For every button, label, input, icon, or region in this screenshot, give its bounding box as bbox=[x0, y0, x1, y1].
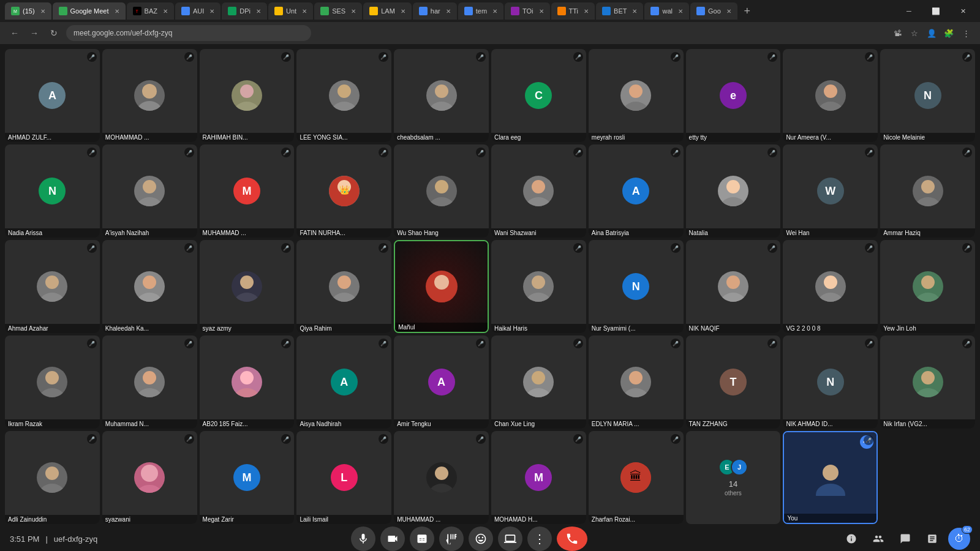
tab-close-tti[interactable]: ✕ bbox=[584, 8, 589, 15]
tile-mohammad[interactable]: 🎤 MOHAMMAD ... bbox=[102, 49, 197, 142]
tile-ahmad-zulf[interactable]: A 🎤 AHMAD ZULF... bbox=[5, 49, 100, 142]
tile-tan[interactable]: T 🎤 TAN ZZHANG bbox=[686, 335, 781, 429]
tile-nik-irfan[interactable]: 🎤 Nik Irfan (VG2... bbox=[880, 335, 975, 429]
tile-muhammad[interactable]: M 🎤 MUHAMMAD ... bbox=[200, 144, 295, 238]
tile-khaleedah[interactable]: 🎤 Khaleedah Ka... bbox=[102, 240, 197, 333]
menu-icon[interactable]: ⋮ bbox=[959, 26, 973, 40]
tab-close-btn3[interactable]: ✕ bbox=[163, 8, 168, 15]
mic-button[interactable] bbox=[351, 527, 375, 551]
tile-natalia[interactable]: 🎤 Natalia bbox=[686, 144, 781, 238]
tab-close-btn2[interactable]: ✕ bbox=[115, 8, 119, 15]
tile-syaz[interactable]: 🎤 syaz azmy bbox=[200, 240, 295, 333]
tile-ab20-faiz[interactable]: 🎤 AB20 185 Faiz... bbox=[200, 335, 295, 429]
extensions-icon[interactable]: 🧩 bbox=[942, 26, 956, 40]
tile-ammar[interactable]: 🎤 Ammar Haziq bbox=[880, 144, 975, 238]
new-tab-button[interactable]: + bbox=[739, 2, 756, 20]
tile-nicole[interactable]: N 🎤 Nicole Melainie bbox=[880, 49, 975, 142]
forward-button[interactable]: → bbox=[27, 26, 42, 40]
tab-tem[interactable]: tem ✕ bbox=[458, 2, 503, 20]
tile-nik-ahmad[interactable]: N 🎤 NIK AHMAD ID... bbox=[783, 335, 878, 429]
tab-bet[interactable]: BET ✕ bbox=[596, 2, 643, 20]
tile-aisyah[interactable]: 🎤 A'isyah Nazihah bbox=[102, 144, 197, 238]
tab-har[interactable]: har ✕ bbox=[413, 2, 457, 20]
tile-fatin[interactable]: 👑 🎤 FATIN NURHA... bbox=[296, 144, 391, 238]
tile-aina[interactable]: A 🎤 Aina Batrisyia bbox=[589, 144, 684, 238]
tab-item[interactable]: M (15) ✕ bbox=[5, 2, 51, 20]
tab-close-dp[interactable]: ✕ bbox=[256, 8, 261, 15]
tab-dp[interactable]: DPi ✕ bbox=[222, 2, 267, 20]
tab-wal[interactable]: wal ✕ bbox=[644, 2, 689, 20]
tab-goo[interactable]: Goo ✕ bbox=[690, 2, 737, 20]
tile-nur-syamimi[interactable]: N 🎤 Nur Syamimi (... bbox=[589, 240, 684, 333]
tab-meet[interactable]: Google Meet ✕ bbox=[53, 2, 126, 20]
tile-haikal[interactable]: 🎤 Haikal Haris bbox=[491, 240, 586, 333]
tab-close-goo[interactable]: ✕ bbox=[726, 8, 731, 15]
tile-muhammad2[interactable]: 🎤 MUHAMMAD ... bbox=[394, 431, 489, 524]
end-call-button[interactable] bbox=[557, 527, 587, 551]
tab-close-ses[interactable]: ✕ bbox=[351, 8, 356, 15]
back-button[interactable]: ← bbox=[7, 26, 22, 40]
tab-close-au[interactable]: ✕ bbox=[209, 8, 214, 15]
timer-button[interactable]: ⏱ 62 bbox=[948, 528, 970, 550]
tile-wei-han[interactable]: W 🎤 Wei Han bbox=[783, 144, 878, 238]
tile-yew[interactable]: 🎤 Yew Jin Loh bbox=[880, 240, 975, 333]
emoji-button[interactable] bbox=[469, 527, 493, 551]
cast-icon[interactable]: 📽 bbox=[891, 26, 904, 40]
url-input[interactable]: meet.google.com/uef-dxfg-zyq bbox=[66, 25, 311, 41]
tile-nik-naqif[interactable]: 🎤 NIK NAQIF bbox=[686, 240, 781, 333]
tab-close-toi[interactable]: ✕ bbox=[539, 8, 544, 15]
tile-etty[interactable]: e 🎤 etty tty bbox=[686, 49, 781, 142]
tab-toi[interactable]: TOi ✕ bbox=[505, 2, 550, 20]
captions-button[interactable] bbox=[410, 527, 434, 551]
tile-edlyn[interactable]: 🎤 EDLYN MARIA ... bbox=[589, 335, 684, 429]
tab-close-unt[interactable]: ✕ bbox=[302, 8, 307, 15]
profile-icon[interactable]: 👤 bbox=[925, 26, 938, 40]
close-button[interactable]: ✕ bbox=[951, 2, 975, 20]
tab-au[interactable]: AUI ✕ bbox=[175, 2, 221, 20]
info-button[interactable] bbox=[840, 528, 862, 550]
tile-wani[interactable]: 🎤 Wani Shazwani bbox=[491, 144, 586, 238]
reload-button[interactable]: ↻ bbox=[47, 26, 61, 40]
tile-megat[interactable]: M 🎤 Megat Zarir bbox=[200, 431, 295, 524]
tile-adli[interactable]: 🎤 Adli Zainuddin bbox=[5, 431, 100, 524]
tile-wu[interactable]: 🎤 Wu Shao Hang bbox=[394, 144, 489, 238]
tile-aisya-nadhirah[interactable]: A 🎤 Aisya Nadhirah bbox=[296, 335, 391, 429]
tile-14-others[interactable]: E J 14 others bbox=[686, 431, 781, 524]
tab-tti[interactable]: TTi ✕ bbox=[551, 2, 595, 20]
tile-ahmad-azahar[interactable]: 🎤 Ahmad Azahar bbox=[5, 240, 100, 333]
tab-close-btn[interactable]: ✕ bbox=[40, 8, 45, 15]
tile-laili[interactable]: L 🎤 Laili Ismail bbox=[296, 431, 391, 524]
more-options-button[interactable]: ⋮ bbox=[527, 527, 552, 551]
activities-button[interactable] bbox=[921, 528, 943, 550]
tile-nadia[interactable]: N 🎤 Nadia Arissa bbox=[5, 144, 100, 238]
tab-close-har[interactable]: ✕ bbox=[446, 8, 451, 15]
tab-tiktok[interactable]: T BAZ ✕ bbox=[127, 2, 174, 20]
tile-amir[interactable]: A 🎤 Amir Tengku bbox=[394, 335, 489, 429]
tile-manuul[interactable]: Mañul bbox=[394, 240, 489, 333]
tab-ses[interactable]: SES ✕ bbox=[314, 2, 362, 20]
tile-meyrah[interactable]: 🎤 meyrah rosli bbox=[589, 49, 684, 142]
tab-close-lam[interactable]: ✕ bbox=[401, 8, 405, 15]
raise-hand-button[interactable] bbox=[439, 527, 464, 551]
tab-unt[interactable]: Unt ✕ bbox=[268, 2, 313, 20]
minimize-button[interactable]: ─ bbox=[897, 2, 921, 20]
tile-cheab[interactable]: 🎤 cheabdsalam ... bbox=[394, 49, 489, 142]
tile-mohamad-h[interactable]: M 🎤 MOHAMAD H... bbox=[491, 431, 586, 524]
people-button[interactable] bbox=[867, 528, 889, 550]
tile-clara[interactable]: C 🎤 Clara eeg bbox=[491, 49, 586, 142]
tab-close-tem[interactable]: ✕ bbox=[492, 8, 497, 15]
tile-qiya[interactable]: 🎤 Qiya Rahim bbox=[296, 240, 391, 333]
tab-close-wal[interactable]: ✕ bbox=[678, 8, 683, 15]
tile-vg2008[interactable]: 🎤 VG 2 2 0 0 8 bbox=[783, 240, 878, 333]
tile-nur-ameera[interactable]: 🎤 Nur Ameera (V... bbox=[783, 49, 878, 142]
tile-ikram[interactable]: 🎤 Ikram Razak bbox=[5, 335, 100, 429]
tile-muhammad-n[interactable]: 🎤 Muhammad N... bbox=[102, 335, 197, 429]
tab-lam[interactable]: LAM ✕ bbox=[363, 2, 412, 20]
tile-syazwani[interactable]: 🎤 syazwani bbox=[102, 431, 197, 524]
tile-rahimah[interactable]: 🎤 RAHIMAH BIN... bbox=[200, 49, 295, 142]
tile-zharfan[interactable]: 🏛 🎤 Zharfan Rozai... bbox=[589, 431, 684, 524]
bookmark-icon[interactable]: ☆ bbox=[908, 26, 921, 40]
present-button[interactable] bbox=[498, 527, 522, 551]
tile-you[interactable]: ⋯ 🎤 You bbox=[783, 431, 878, 524]
maximize-button[interactable]: ⬜ bbox=[924, 2, 948, 20]
